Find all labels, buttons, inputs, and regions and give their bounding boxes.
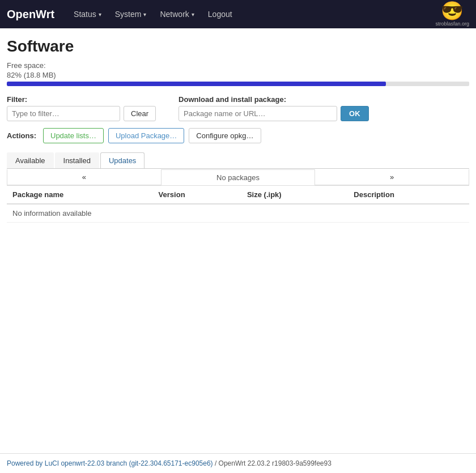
nav-caret-network: ▾ — [192, 11, 194, 18]
nav-label-network: Network — [160, 10, 189, 19]
logo-subtitle: stroblasfan.org — [435, 21, 469, 27]
download-section: Download and install package: OK — [178, 95, 369, 121]
table-body: No information available — [7, 204, 469, 223]
tab-available[interactable]: Available — [7, 152, 54, 168]
ok-button[interactable]: OK — [341, 106, 369, 121]
nav-item-logout: Logout — [202, 6, 238, 22]
navbar-nav: Status ▾ System ▾ Network ▾ Logout — [68, 6, 435, 22]
actions-label: Actions: — [7, 131, 36, 140]
filter-section: Filter: Clear — [7, 95, 156, 121]
nav-link-system[interactable]: System ▾ — [109, 6, 152, 22]
free-space-label: Free space: — [7, 61, 469, 70]
nav-link-logout[interactable]: Logout — [202, 6, 238, 22]
pagination-info: No packages — [162, 169, 315, 185]
filter-input[interactable] — [7, 106, 120, 121]
nav-link-network[interactable]: Network ▾ — [154, 6, 199, 22]
col-size: Size (.ipk) — [241, 186, 348, 204]
tab-installed[interactable]: Installed — [55, 152, 99, 168]
package-table: Package name Version Size (.ipk) Descrip… — [7, 186, 469, 223]
tab-updates[interactable]: Updates — [100, 152, 144, 168]
table-header: Package name Version Size (.ipk) Descrip… — [7, 186, 469, 204]
table-empty-message: No information available — [7, 204, 469, 223]
footer-version: / OpenWrt 22.03.2 r19803-9a599fee93 — [215, 459, 332, 467]
col-package-name: Package name — [7, 186, 153, 204]
nav-link-status[interactable]: Status ▾ — [68, 6, 107, 22]
pagination-next-button[interactable]: » — [314, 169, 469, 185]
page-title: Software — [7, 37, 469, 56]
actions-row: Actions: Update lists… Upload Package… C… — [7, 128, 469, 143]
nav-caret-status: ▾ — [99, 11, 101, 18]
filter-input-row: Clear — [7, 106, 156, 121]
table-empty-row: No information available — [7, 204, 469, 223]
nav-label-system: System — [115, 10, 142, 19]
footer-link[interactable]: Powered by LuCI openwrt-22.03 branch (gi… — [7, 459, 213, 467]
download-input[interactable] — [178, 106, 337, 121]
pagination-prev-button[interactable]: « — [7, 169, 162, 185]
pagination-row: « No packages » — [7, 169, 469, 186]
progress-bar-fill — [7, 82, 386, 86]
filter-label: Filter: — [7, 95, 156, 104]
logo-container: 😎 stroblasfan.org — [435, 2, 469, 27]
clear-button[interactable]: Clear — [124, 106, 156, 121]
main-content: Software Free space: 82% (18.8 MB) Filte… — [0, 28, 476, 453]
footer: Powered by LuCI openwrt-22.03 branch (gi… — [0, 453, 476, 473]
free-space-value: 82% (18.8 MB) — [7, 71, 469, 79]
logo-emoji: 😎 — [441, 2, 464, 20]
col-version: Version — [153, 186, 241, 204]
download-input-row: OK — [178, 106, 369, 121]
navbar-logo: 😎 stroblasfan.org — [435, 2, 469, 27]
nav-caret-system: ▾ — [143, 11, 146, 18]
upload-package-button[interactable]: Upload Package… — [108, 128, 184, 143]
tabs-row: Available Installed Updates — [7, 152, 469, 169]
configure-opkg-button[interactable]: Configure opkg… — [189, 128, 261, 143]
update-lists-button[interactable]: Update lists… — [43, 128, 104, 143]
nav-item-status: Status ▾ — [68, 6, 107, 22]
nav-item-system: System ▾ — [109, 6, 152, 22]
navbar: OpenWrt Status ▾ System ▾ Network ▾ Logo… — [0, 0, 476, 28]
nav-item-network: Network ▾ — [154, 6, 199, 22]
col-description: Description — [348, 186, 469, 204]
download-label: Download and install package: — [178, 95, 369, 104]
navbar-brand[interactable]: OpenWrt — [7, 8, 54, 21]
nav-label-status: Status — [74, 10, 96, 19]
progress-bar-container — [7, 82, 469, 86]
